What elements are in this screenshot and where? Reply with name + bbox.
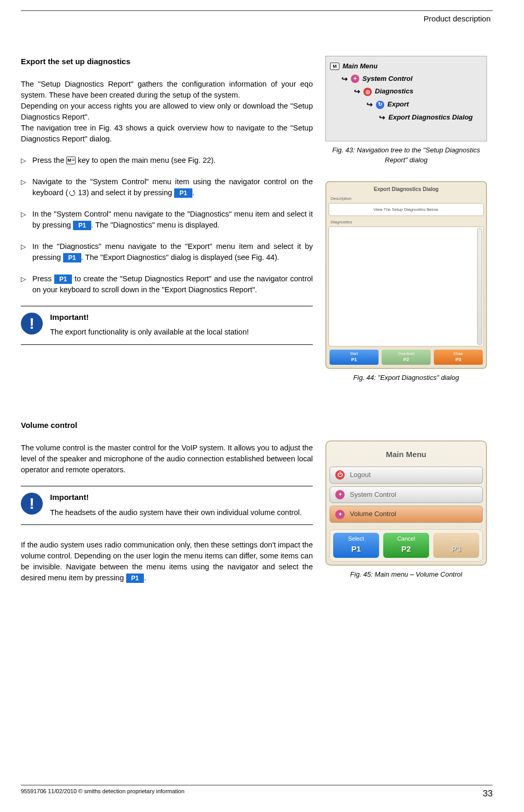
para2a: If the audio system uses radio communica…	[21, 541, 313, 582]
arrow-icon	[367, 99, 373, 110]
intro2: Depending on your access rights you are …	[21, 102, 313, 121]
p1-badge: P1	[54, 274, 72, 284]
close-button[interactable]: Close P3	[434, 350, 483, 365]
blank-button[interactable]: -- P3	[433, 533, 479, 558]
fig44-dialog: Export Diagnostics Dialog Description Vi…	[325, 181, 487, 369]
intro1: The "Setup Diagnostics Report" gathers t…	[21, 80, 313, 99]
important-body: The export functionality is only availab…	[50, 327, 313, 338]
download-button[interactable]: Download P2	[382, 350, 431, 365]
item-label: Volume Control	[350, 509, 396, 519]
important-title: Important!	[50, 312, 313, 323]
fig43-caption: Fig. 43: Navigation tree to the "Setup D…	[325, 146, 487, 165]
cancel-button[interactable]: Cancel P2	[383, 533, 429, 558]
exclamation-icon: !	[21, 313, 43, 335]
globe-icon: ✦	[335, 490, 345, 499]
diag-textarea[interactable]	[328, 226, 484, 347]
page-number: 33	[483, 787, 493, 801]
nav-diag: Diagnostics	[375, 87, 413, 97]
fig44-caption: Fig. 44: "Export Diagnostics" dialog	[325, 373, 487, 383]
nav-export: Export	[387, 100, 409, 110]
btn-key: P1	[330, 356, 379, 363]
start-button[interactable]: Start P1	[330, 350, 379, 365]
section2-para2: If the audio system uses radio communica…	[21, 540, 313, 583]
nav-ref-icon: ⭯	[68, 188, 76, 197]
page-header-right: Product description	[21, 13, 493, 25]
desc-label: Description	[328, 195, 484, 203]
section1-title: Export the set up diagnostics	[21, 56, 313, 67]
desc-text: View The Setup Diagnostics Below.	[328, 203, 484, 217]
nav-exportdlg: Export Diagnostics Dialog	[388, 113, 473, 123]
fig43-navtree: M Main Menu ✦ System Control ◎ Diagnosti…	[325, 56, 487, 141]
arrow-icon	[354, 86, 360, 97]
dialog-title: Export Diagnostics Dialog	[328, 184, 484, 195]
step1a: Press the	[32, 156, 66, 164]
step-1: Press the M key to open the main menu (s…	[21, 155, 313, 166]
section2-intro: The volume control is the master control…	[21, 443, 313, 475]
p1-badge: P1	[73, 221, 91, 230]
footer-left: 95591706 11/02/2010 © smiths detection p…	[21, 787, 185, 801]
export-icon: ↻	[376, 101, 384, 109]
step2b: 13) and select it by pressing	[76, 188, 175, 197]
btn-key: P1	[333, 543, 379, 555]
menu-item-logout[interactable]: ⏻ Logout	[330, 467, 483, 484]
section2-title: Volume control	[21, 420, 313, 431]
p1-badge: P1	[174, 188, 192, 198]
p1-badge: P1	[63, 253, 81, 262]
bullet-icon	[21, 155, 32, 166]
btn-label: Download	[382, 351, 431, 356]
arrow-icon	[342, 74, 348, 85]
globe-icon: ✦	[335, 510, 345, 519]
page-footer: 95591706 11/02/2010 © smiths detection p…	[21, 785, 493, 801]
target-icon: ◎	[363, 88, 372, 96]
step2c: .	[192, 188, 194, 197]
step-5: Press P1 to create the "Setup Diagnostic…	[21, 273, 313, 295]
nav-system: System Control	[362, 74, 412, 84]
fig45-caption: Fig. 45: Main menu – Volume Control	[325, 570, 487, 580]
btn-label: Cancel	[383, 535, 429, 543]
btn-key: P3	[433, 543, 479, 555]
menu-key-icon: M	[330, 63, 339, 70]
important-note-1: ! Important! The export functionality is…	[21, 306, 313, 345]
step3b: . The "Diagnostics" menu is displayed.	[91, 221, 220, 229]
intro3: The navigation tree in Fig. 43 shows a q…	[21, 124, 313, 143]
bullet-icon	[21, 176, 32, 198]
select-button[interactable]: Select P1	[333, 533, 379, 558]
step-2: Navigate to the "System Control" menu it…	[21, 176, 313, 198]
m-key-icon: M	[66, 157, 76, 164]
menu-item-system-control[interactable]: ✦ System Control	[330, 486, 483, 504]
step5b: to create the "Setup Diagnostics Report"…	[32, 274, 313, 294]
btn-label: --	[433, 535, 479, 543]
bullet-icon	[21, 273, 32, 295]
item-label: System Control	[350, 490, 396, 500]
step4b: . The "Export Diagnostics" dialog is dis…	[81, 253, 279, 261]
btn-label: Select	[333, 535, 379, 543]
important-note-2: ! Important! The headsets of the audio s…	[21, 486, 313, 525]
bullet-icon	[21, 241, 32, 263]
fig45-mainmenu: Main Menu ⏻ Logout ✦ System Control ✦ Vo…	[325, 440, 487, 566]
mainmenu-title: Main Menu	[330, 445, 483, 467]
btn-key: P2	[383, 543, 429, 555]
btn-key: P3	[434, 356, 483, 363]
menu-item-volume-control[interactable]: ✦ Volume Control	[330, 506, 483, 523]
power-icon: ⏻	[335, 470, 345, 480]
btn-key: P2	[382, 356, 431, 363]
section1-intro: The "Setup Diagnostics Report" gathers t…	[21, 79, 313, 145]
para2b: .	[144, 574, 146, 582]
btn-label: Start	[330, 351, 379, 356]
item-label: Logout	[350, 470, 371, 480]
diag-label: Diagnostics	[328, 218, 484, 226]
bullet-icon	[21, 209, 32, 231]
step-3: In the "System Control" menu navigate to…	[21, 209, 313, 231]
arrow-icon	[379, 112, 385, 123]
step5a: Press	[32, 274, 54, 283]
step1b: key to open the main menu (see Fig. 22).	[76, 156, 215, 164]
p1-badge: P1	[126, 574, 144, 583]
exclamation-icon: !	[21, 493, 43, 515]
step-4: In the "Diagnostics" menu navigate to th…	[21, 241, 313, 263]
btn-label: Close	[434, 351, 483, 356]
important-title: Important!	[50, 492, 313, 503]
important-body: The headsets of the audio system have th…	[50, 507, 313, 518]
nav-main: Main Menu	[343, 62, 377, 71]
globe-icon: ✦	[351, 75, 359, 83]
